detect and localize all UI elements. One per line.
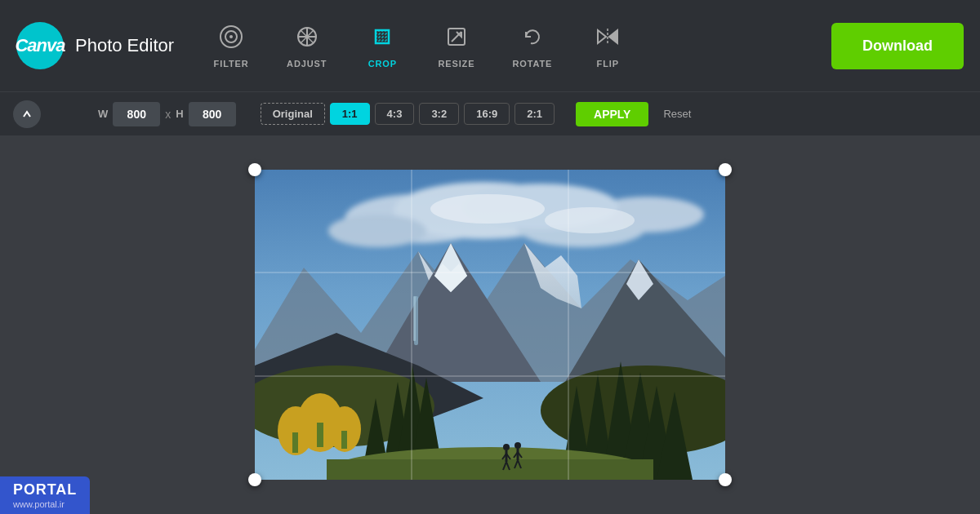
- tool-rotate[interactable]: ROTATE: [497, 16, 567, 77]
- svg-rect-59: [327, 459, 653, 480]
- aspect-ratios-group: Original 1:1 4:3 3:2 16:9 2:1: [261, 103, 555, 125]
- rotate-icon: [519, 24, 546, 54]
- canvas-area: PORTAL www.portal.ir: [0, 135, 980, 514]
- image-container: [255, 170, 725, 480]
- crop-handle-top-left[interactable]: [248, 163, 261, 176]
- tool-crop[interactable]: CROP: [350, 16, 415, 77]
- svg-point-28: [545, 207, 635, 233]
- top-navbar: Canva Photo Editor FILTER: [0, 0, 980, 91]
- rotate-label: ROTATE: [512, 59, 552, 69]
- flip-label: FLIP: [597, 59, 619, 69]
- tool-resize[interactable]: RESIZE: [423, 16, 489, 77]
- svg-point-27: [430, 194, 545, 224]
- dimension-group: W x H: [98, 102, 236, 126]
- app-title: Photo Editor: [75, 35, 174, 56]
- resize-icon: [443, 24, 470, 54]
- filter-icon: [218, 24, 244, 54]
- svg-rect-45: [317, 423, 323, 447]
- dimension-separator: x: [165, 108, 171, 121]
- toolbar-tools: FILTER ADJUST: [198, 16, 831, 77]
- crop-icon: [369, 24, 395, 54]
- svg-point-66: [514, 442, 521, 449]
- svg-rect-46: [292, 432, 298, 453]
- height-input[interactable]: [189, 102, 236, 126]
- svg-point-24: [328, 215, 426, 247]
- width-label: W: [98, 108, 108, 120]
- back-button[interactable]: [13, 100, 41, 128]
- svg-marker-17: [598, 30, 606, 43]
- resize-label: RESIZE: [438, 59, 474, 69]
- photo-canvas: [255, 170, 725, 480]
- width-input[interactable]: [113, 102, 160, 126]
- filter-label: FILTER: [214, 59, 249, 69]
- portal-text: PORTAL: [13, 481, 77, 498]
- ratio-1-1[interactable]: 1:1: [330, 103, 370, 125]
- ratio-2-1[interactable]: 2:1: [514, 103, 555, 125]
- download-button[interactable]: Download: [831, 23, 964, 69]
- crop-handle-bottom-left[interactable]: [248, 473, 261, 486]
- ratio-3-2[interactable]: 3:2: [419, 103, 459, 125]
- height-label: H: [176, 108, 183, 120]
- chevron-up-icon: [21, 109, 33, 120]
- tool-flip[interactable]: FLIP: [575, 16, 640, 77]
- portal-watermark: PORTAL www.portal.ir: [0, 476, 90, 514]
- ratio-16-9[interactable]: 16:9: [464, 103, 510, 125]
- apply-button[interactable]: APPLY: [576, 102, 648, 126]
- ratio-4-3[interactable]: 4:3: [375, 103, 415, 125]
- ratio-original[interactable]: Original: [261, 103, 325, 125]
- svg-marker-18: [609, 30, 617, 43]
- svg-point-60: [503, 444, 510, 450]
- adjust-icon: [294, 24, 320, 54]
- logo-area: Canva Photo Editor: [16, 22, 174, 69]
- svg-point-2: [229, 35, 233, 38]
- flip-icon: [595, 24, 621, 54]
- crop-controls-bar: W x H Original 1:1 4:3 3:2 16:9 2:1 APPL…: [0, 91, 980, 135]
- portal-url: www.portal.ir: [13, 499, 77, 509]
- svg-line-16: [452, 32, 461, 42]
- reset-button[interactable]: Reset: [657, 108, 697, 120]
- crop-handle-top-right[interactable]: [719, 163, 732, 176]
- tool-adjust[interactable]: ADJUST: [272, 16, 341, 77]
- crop-handle-bottom-right[interactable]: [719, 473, 732, 486]
- crop-label: CROP: [368, 59, 397, 69]
- canva-logo[interactable]: Canva: [16, 22, 64, 69]
- adjust-label: ADJUST: [287, 59, 327, 69]
- svg-rect-36: [413, 296, 416, 341]
- svg-rect-47: [341, 431, 347, 449]
- tool-filter[interactable]: FILTER: [198, 16, 264, 77]
